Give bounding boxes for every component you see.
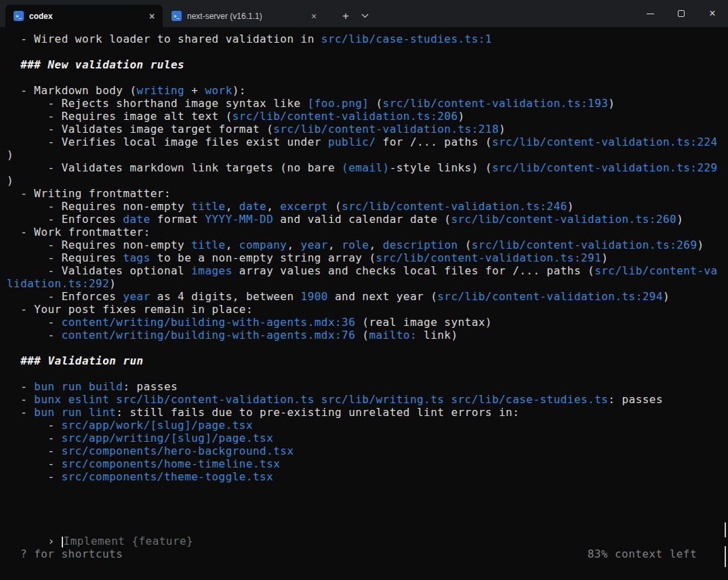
file-link[interactable]: src/lib/content-validation.ts:218 bbox=[273, 123, 499, 136]
file-link[interactable]: content/writing/building-with-agents.mdx… bbox=[62, 329, 356, 341]
terminal-line: - Markdown body (writing + work): bbox=[7, 84, 721, 97]
file-link[interactable]: description bbox=[383, 239, 458, 251]
file-link[interactable]: mailto: bbox=[369, 329, 417, 341]
text-segment: - Requires non-empty bbox=[7, 200, 191, 213]
minimize-icon bbox=[647, 14, 654, 14]
tab-label: next-server (v16.1.1) bbox=[187, 12, 302, 21]
file-link[interactable]: 1900 bbox=[301, 290, 328, 303]
text-segment: ) bbox=[458, 110, 464, 123]
terminal-line: ) bbox=[7, 174, 721, 187]
scrollbar-thumb[interactable] bbox=[725, 546, 726, 567]
terminal-line: - Work frontmatter: bbox=[7, 226, 721, 239]
file-link[interactable]: src/lib/content-validation.ts:224 bbox=[492, 136, 718, 148]
text-segment: + bbox=[184, 84, 205, 97]
shortcuts-hint: ? for shortcuts bbox=[20, 547, 123, 560]
file-link[interactable]: company bbox=[239, 239, 287, 251]
tab-codex[interactable]: >_ codex × bbox=[5, 5, 163, 27]
file-link[interactable]: title bbox=[191, 200, 225, 213]
terminal-line: - src/app/writing/[slug]/page.tsx bbox=[7, 432, 721, 444]
file-link[interactable]: src/app/work/[slug]/page.tsx bbox=[62, 419, 253, 432]
file-link[interactable]: src/lib/content-va bbox=[594, 264, 718, 277]
file-link[interactable]: title bbox=[191, 239, 225, 251]
file-link[interactable]: bun run build bbox=[34, 380, 123, 393]
file-link[interactable]: src/app/writing/[slug]/page.tsx bbox=[62, 432, 274, 444]
terminal-icon: >_ bbox=[171, 11, 182, 21]
file-link[interactable]: src/lib/content-validation.ts:229 bbox=[492, 161, 718, 174]
new-tab-button[interactable]: + bbox=[336, 5, 356, 27]
scrollbar-thumb[interactable] bbox=[725, 522, 726, 537]
text-segment: ### Validation run bbox=[7, 354, 144, 367]
text-segment: - Validates optional bbox=[7, 264, 191, 277]
terminal-viewport[interactable]: - Wired work loader to shared validation… bbox=[0, 27, 728, 580]
file-link[interactable]: src/components/home-timeline.tsx bbox=[62, 457, 281, 470]
file-link[interactable]: src/lib/case-studies.ts:1 bbox=[321, 33, 492, 45]
terminal-line: - bun run lint: still fails due to pre-e… bbox=[7, 406, 721, 419]
text-segment: - bbox=[7, 444, 62, 457]
file-link[interactable]: src/components/hero-background.tsx bbox=[62, 444, 294, 457]
file-link[interactable]: src/lib/content-validation.ts:269 bbox=[472, 239, 697, 251]
close-icon[interactable]: × bbox=[307, 9, 321, 23]
terminal-line bbox=[7, 509, 721, 522]
file-link[interactable]: bun run lint bbox=[34, 406, 116, 419]
text-segment: - Validates markdown link targets (no ba… bbox=[7, 161, 342, 174]
composer-placeholder: Implement {feature} bbox=[64, 535, 194, 547]
text-segment: - bbox=[7, 457, 62, 470]
file-link[interactable]: writing bbox=[137, 84, 185, 97]
text-segment: ) bbox=[567, 200, 574, 213]
text-segment: ): bbox=[232, 84, 246, 97]
text-segment: ) bbox=[7, 148, 14, 161]
file-link[interactable]: images bbox=[191, 264, 232, 277]
file-link[interactable]: public/ bbox=[328, 136, 376, 148]
close-icon: × bbox=[709, 8, 715, 19]
file-link[interactable]: year bbox=[301, 239, 328, 251]
file-link[interactable]: date bbox=[239, 200, 266, 213]
file-link[interactable]: (email) bbox=[342, 161, 390, 174]
file-link[interactable]: src/components/theme-toggle.tsx bbox=[62, 470, 274, 483]
terminal-line: ### Validation run bbox=[7, 354, 721, 367]
text-cursor bbox=[62, 537, 63, 547]
text-segment: ) bbox=[601, 251, 608, 264]
file-link[interactable]: excerpt bbox=[280, 200, 328, 213]
file-link[interactable]: bunx eslint src/lib/content-validation.t… bbox=[34, 393, 608, 406]
file-link[interactable]: lidation.ts:292 bbox=[7, 277, 109, 290]
file-link[interactable]: work bbox=[205, 84, 232, 97]
text-segment: -style links) ( bbox=[390, 161, 492, 174]
terminal-line: - Requires non-empty title, date, excerp… bbox=[7, 200, 721, 213]
file-link[interactable]: [foo.png] bbox=[308, 97, 369, 110]
text-segment: ( bbox=[458, 239, 472, 251]
terminal-line: - content/writing/building-with-agents.m… bbox=[7, 316, 721, 329]
terminal-line: - content/writing/building-with-agents.m… bbox=[7, 329, 721, 341]
file-link[interactable]: role bbox=[342, 239, 369, 251]
text-segment: - bbox=[7, 419, 62, 432]
file-link[interactable]: src/lib/content-validation.ts:260 bbox=[451, 213, 676, 226]
drag-region[interactable] bbox=[373, 0, 634, 27]
minimize-button[interactable] bbox=[634, 0, 666, 27]
file-link[interactable]: src/lib/content-validation.ts:206 bbox=[232, 110, 458, 123]
terminal-line: - src/components/theme-toggle.tsx bbox=[7, 470, 721, 483]
file-link[interactable]: YYYY-MM-DD bbox=[205, 213, 273, 226]
file-link[interactable]: year bbox=[123, 290, 150, 303]
file-link[interactable]: src/lib/content-validation.ts:193 bbox=[383, 97, 609, 110]
file-link[interactable]: tags bbox=[123, 251, 150, 264]
terminal-line: - src/app/work/[slug]/page.tsx bbox=[7, 419, 721, 432]
maximize-button[interactable] bbox=[666, 0, 697, 27]
text-segment: - Requires bbox=[7, 251, 123, 264]
composer-input[interactable]: ›Implement {feature} bbox=[7, 522, 721, 535]
close-icon[interactable]: × bbox=[145, 9, 159, 23]
text-segment: : passes bbox=[608, 393, 663, 406]
tab-next-server[interactable]: >_ next-server (v16.1.1) × bbox=[163, 5, 325, 27]
chevron-down-icon bbox=[361, 14, 369, 18]
file-link[interactable]: src/lib/content-validation.ts:291 bbox=[376, 251, 602, 264]
file-link[interactable]: date bbox=[123, 213, 150, 226]
file-link[interactable]: content/writing/building-with-agents.mdx… bbox=[62, 316, 356, 329]
status-bar: ? for shortcuts 83% context left bbox=[7, 547, 721, 560]
text-segment: and valid calendar date ( bbox=[273, 213, 451, 226]
text-segment: - Requires image alt text ( bbox=[7, 110, 232, 123]
text-segment: , bbox=[287, 239, 300, 251]
close-button[interactable]: × bbox=[697, 0, 728, 27]
file-link[interactable]: src/lib/content-validation.ts:294 bbox=[437, 290, 663, 303]
text-segment: link) bbox=[417, 329, 458, 341]
terminal-line bbox=[7, 496, 721, 509]
file-link[interactable]: src/lib/content-validation.ts:246 bbox=[342, 200, 567, 213]
tab-dropdown-button[interactable] bbox=[356, 5, 373, 27]
